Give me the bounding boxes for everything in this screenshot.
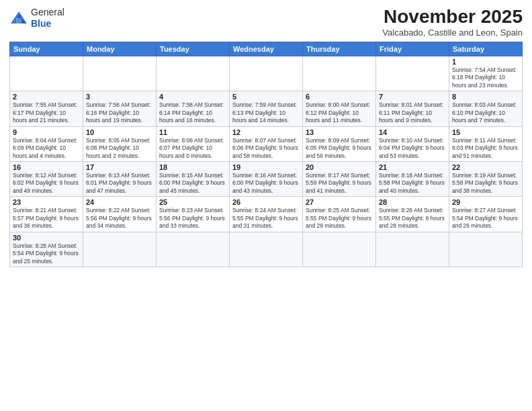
calendar-cell: 14Sunrise: 8:10 AM Sunset: 6:04 PM Dayli… xyxy=(376,126,449,161)
day-info: Sunrise: 8:09 AM Sunset: 6:05 PM Dayligh… xyxy=(306,137,373,160)
calendar-week-row: 9Sunrise: 8:04 AM Sunset: 6:09 PM Daylig… xyxy=(10,126,523,161)
day-number: 16 xyxy=(13,163,80,171)
day-info: Sunrise: 8:22 AM Sunset: 5:56 PM Dayligh… xyxy=(86,207,153,230)
day-info: Sunrise: 7:54 AM Sunset: 6:18 PM Dayligh… xyxy=(452,66,519,89)
svg-rect-2 xyxy=(16,18,21,24)
day-number: 8 xyxy=(452,93,519,101)
calendar-header-sunday: Sunday xyxy=(10,42,83,56)
calendar-cell xyxy=(83,56,157,91)
day-info: Sunrise: 8:24 AM Sunset: 5:55 PM Dayligh… xyxy=(232,207,300,230)
day-number: 2 xyxy=(13,93,80,101)
calendar-header-monday: Monday xyxy=(83,42,157,56)
calendar-header-tuesday: Tuesday xyxy=(157,42,230,56)
calendar-cell xyxy=(376,56,449,91)
calendar-header-thursday: Thursday xyxy=(303,42,376,56)
day-info: Sunrise: 8:01 AM Sunset: 6:11 PM Dayligh… xyxy=(379,101,446,124)
day-number: 15 xyxy=(452,128,519,136)
logo: General Blue xyxy=(9,7,64,30)
day-info: Sunrise: 8:07 AM Sunset: 6:06 PM Dayligh… xyxy=(232,137,300,160)
calendar-header-wednesday: Wednesday xyxy=(230,42,303,56)
day-number: 11 xyxy=(159,128,226,136)
day-info: Sunrise: 8:10 AM Sunset: 6:04 PM Dayligh… xyxy=(379,137,446,160)
day-number: 5 xyxy=(232,93,300,101)
day-info: Sunrise: 8:26 AM Sunset: 5:55 PM Dayligh… xyxy=(379,207,446,230)
day-number: 12 xyxy=(232,128,300,136)
calendar-week-row: 1Sunrise: 7:54 AM Sunset: 6:18 PM Daylig… xyxy=(10,56,523,91)
day-info: Sunrise: 8:25 AM Sunset: 5:55 PM Dayligh… xyxy=(306,207,373,230)
calendar-week-row: 30Sunrise: 8:28 AM Sunset: 5:54 PM Dayli… xyxy=(10,232,523,267)
calendar-header-friday: Friday xyxy=(376,42,449,56)
day-info: Sunrise: 8:11 AM Sunset: 6:03 PM Dayligh… xyxy=(452,137,519,160)
calendar-cell: 8Sunrise: 8:03 AM Sunset: 6:10 PM Daylig… xyxy=(449,91,523,126)
calendar-cell: 6Sunrise: 8:00 AM Sunset: 6:12 PM Daylig… xyxy=(303,91,376,126)
calendar-cell xyxy=(83,232,157,267)
day-number: 3 xyxy=(86,93,153,101)
title-area: November 2025 Valcabado, Castille and Le… xyxy=(382,7,523,38)
day-info: Sunrise: 8:00 AM Sunset: 6:12 PM Dayligh… xyxy=(306,101,373,124)
calendar-cell: 27Sunrise: 8:25 AM Sunset: 5:55 PM Dayli… xyxy=(303,197,376,232)
day-info: Sunrise: 8:06 AM Sunset: 6:07 PM Dayligh… xyxy=(159,137,226,160)
day-number: 21 xyxy=(379,163,446,171)
day-info: Sunrise: 8:17 AM Sunset: 5:59 PM Dayligh… xyxy=(306,172,373,195)
calendar-cell xyxy=(376,232,449,267)
calendar-cell: 7Sunrise: 8:01 AM Sunset: 6:11 PM Daylig… xyxy=(376,91,449,126)
day-number: 1 xyxy=(452,58,519,66)
day-number: 17 xyxy=(86,163,153,171)
calendar-cell: 30Sunrise: 8:28 AM Sunset: 5:54 PM Dayli… xyxy=(10,232,83,267)
calendar-cell: 24Sunrise: 8:22 AM Sunset: 5:56 PM Dayli… xyxy=(83,197,157,232)
calendar-cell xyxy=(449,232,523,267)
day-number: 20 xyxy=(306,163,373,171)
calendar-header-row: SundayMondayTuesdayWednesdayThursdayFrid… xyxy=(10,42,523,56)
day-info: Sunrise: 8:23 AM Sunset: 5:56 PM Dayligh… xyxy=(159,207,226,230)
calendar-cell: 5Sunrise: 7:59 AM Sunset: 6:13 PM Daylig… xyxy=(230,91,303,126)
calendar-cell xyxy=(10,56,83,91)
calendar-cell: 29Sunrise: 8:27 AM Sunset: 5:54 PM Dayli… xyxy=(449,197,523,232)
day-info: Sunrise: 7:56 AM Sunset: 6:16 PM Dayligh… xyxy=(86,101,153,124)
day-number: 27 xyxy=(306,198,373,206)
header: General Blue November 2025 Valcabado, Ca… xyxy=(9,7,523,38)
page: General Blue November 2025 Valcabado, Ca… xyxy=(0,0,532,411)
calendar-cell: 11Sunrise: 8:06 AM Sunset: 6:07 PM Dayli… xyxy=(157,126,230,161)
calendar-cell: 10Sunrise: 8:05 AM Sunset: 6:08 PM Dayli… xyxy=(83,126,157,161)
logo-text: General Blue xyxy=(31,7,64,30)
calendar-cell: 12Sunrise: 8:07 AM Sunset: 6:06 PM Dayli… xyxy=(230,126,303,161)
day-info: Sunrise: 8:13 AM Sunset: 6:01 PM Dayligh… xyxy=(86,172,153,195)
day-number: 24 xyxy=(86,198,153,206)
calendar-cell: 21Sunrise: 8:18 AM Sunset: 5:58 PM Dayli… xyxy=(376,162,449,197)
day-info: Sunrise: 8:28 AM Sunset: 5:54 PM Dayligh… xyxy=(13,242,80,265)
day-info: Sunrise: 8:12 AM Sunset: 6:02 PM Dayligh… xyxy=(13,172,80,195)
day-number: 28 xyxy=(379,198,446,206)
day-number: 29 xyxy=(452,198,519,206)
day-number: 23 xyxy=(13,198,80,206)
calendar-week-row: 2Sunrise: 7:55 AM Sunset: 6:17 PM Daylig… xyxy=(10,91,523,126)
day-info: Sunrise: 7:58 AM Sunset: 6:14 PM Dayligh… xyxy=(159,101,226,124)
day-number: 22 xyxy=(452,163,519,171)
calendar-cell: 17Sunrise: 8:13 AM Sunset: 6:01 PM Dayli… xyxy=(83,162,157,197)
calendar-cell: 26Sunrise: 8:24 AM Sunset: 5:55 PM Dayli… xyxy=(230,197,303,232)
day-info: Sunrise: 8:21 AM Sunset: 5:57 PM Dayligh… xyxy=(13,207,80,230)
calendar-cell xyxy=(303,56,376,91)
day-number: 4 xyxy=(159,93,226,101)
day-info: Sunrise: 8:19 AM Sunset: 5:58 PM Dayligh… xyxy=(452,172,519,195)
calendar-cell: 20Sunrise: 8:17 AM Sunset: 5:59 PM Dayli… xyxy=(303,162,376,197)
calendar-cell xyxy=(230,56,303,91)
day-info: Sunrise: 8:03 AM Sunset: 6:10 PM Dayligh… xyxy=(452,101,519,124)
calendar: SundayMondayTuesdayWednesdayThursdayFrid… xyxy=(9,42,523,267)
day-info: Sunrise: 7:55 AM Sunset: 6:17 PM Dayligh… xyxy=(13,101,80,124)
day-number: 26 xyxy=(232,198,300,206)
calendar-cell: 3Sunrise: 7:56 AM Sunset: 6:16 PM Daylig… xyxy=(83,91,157,126)
calendar-cell: 16Sunrise: 8:12 AM Sunset: 6:02 PM Dayli… xyxy=(10,162,83,197)
calendar-cell: 2Sunrise: 7:55 AM Sunset: 6:17 PM Daylig… xyxy=(10,91,83,126)
month-title: November 2025 xyxy=(382,7,523,28)
calendar-cell: 23Sunrise: 8:21 AM Sunset: 5:57 PM Dayli… xyxy=(10,197,83,232)
day-info: Sunrise: 8:15 AM Sunset: 6:00 PM Dayligh… xyxy=(159,172,226,195)
calendar-header-saturday: Saturday xyxy=(449,42,523,56)
calendar-cell: 9Sunrise: 8:04 AM Sunset: 6:09 PM Daylig… xyxy=(10,126,83,161)
logo-blue: Blue xyxy=(31,18,64,30)
calendar-cell: 28Sunrise: 8:26 AM Sunset: 5:55 PM Dayli… xyxy=(376,197,449,232)
calendar-cell xyxy=(303,232,376,267)
day-number: 25 xyxy=(159,198,226,206)
subtitle: Valcabado, Castille and Leon, Spain xyxy=(382,28,523,38)
calendar-cell: 25Sunrise: 8:23 AM Sunset: 5:56 PM Dayli… xyxy=(157,197,230,232)
day-number: 14 xyxy=(379,128,446,136)
